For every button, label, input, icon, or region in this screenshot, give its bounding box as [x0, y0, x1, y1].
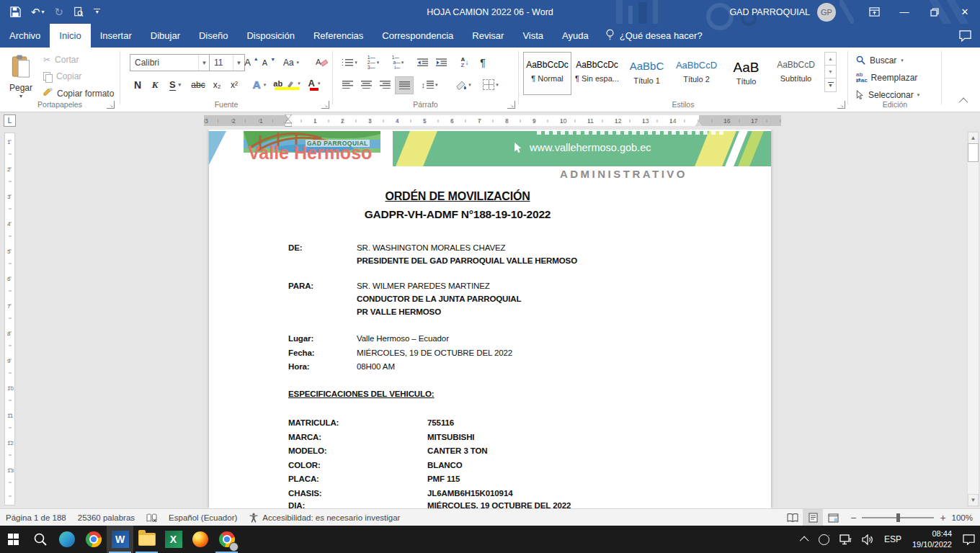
- taskbar-excel[interactable]: X: [160, 526, 187, 553]
- document-page[interactable]: GAD PARROQUIAL Valle Hermoso www.vallehe…: [209, 130, 771, 508]
- subscript-button[interactable]: x₂: [209, 76, 225, 93]
- save-icon[interactable]: [10, 6, 21, 17]
- tab-revisar[interactable]: Revisar: [463, 24, 513, 48]
- tab-dibujar[interactable]: Dibujar: [141, 24, 190, 48]
- tab-correspondencia[interactable]: Correspondencia: [373, 24, 463, 48]
- clear-formatting-button[interactable]: A: [313, 54, 330, 71]
- scrollbar-thumb[interactable]: [968, 143, 979, 162]
- decrease-indent-button[interactable]: [414, 54, 431, 71]
- tab-stop-selector[interactable]: L: [4, 114, 16, 127]
- font-size-combo[interactable]: 11▼: [209, 54, 245, 71]
- show-hidden-icons-button[interactable]: [797, 526, 814, 553]
- undo-icon[interactable]: ↶▾: [31, 6, 45, 17]
- taskbar-chrome[interactable]: [80, 526, 107, 553]
- network-icon[interactable]: [834, 526, 857, 553]
- word-count[interactable]: 25360 palabras: [72, 509, 141, 526]
- indent-marker[interactable]: [285, 114, 292, 127]
- tab-diseno[interactable]: Diseño: [190, 24, 237, 48]
- tab-ayuda[interactable]: Ayuda: [553, 24, 598, 48]
- grow-font-button[interactable]: A▲: [244, 54, 259, 71]
- line-spacing-button[interactable]: ↕▾: [418, 76, 441, 93]
- volume-icon[interactable]: [857, 526, 879, 553]
- style-card-5[interactable]: AaBTítulo: [722, 52, 770, 95]
- taskbar-search-button[interactable]: [27, 526, 53, 553]
- font-dialog-launcher[interactable]: [321, 101, 329, 109]
- align-center-button[interactable]: [357, 76, 375, 93]
- taskbar-clock[interactable]: 08:44 19/10/2022: [906, 529, 958, 550]
- print-preview-icon[interactable]: [74, 6, 84, 17]
- close-button[interactable]: ✕: [950, 0, 980, 24]
- strikethrough-button[interactable]: abc: [189, 76, 208, 93]
- account-name[interactable]: GAD PARROQUIAL: [729, 7, 810, 17]
- find-button[interactable]: Buscar▾: [856, 52, 935, 68]
- vertical-scrollbar[interactable]: ▲ ▼: [967, 131, 979, 507]
- ribbon-display-options-icon[interactable]: [859, 0, 889, 24]
- scroll-up-arrow[interactable]: ▲: [968, 132, 979, 144]
- zoom-out-button[interactable]: −: [850, 512, 856, 523]
- font-size-caret[interactable]: ▼: [233, 55, 244, 71]
- underline-button[interactable]: S▾: [164, 76, 186, 93]
- styles-dialog-launcher[interactable]: [837, 101, 845, 109]
- language-indicator[interactable]: Español (Ecuador): [163, 509, 243, 526]
- change-case-button[interactable]: Aa▾: [280, 54, 303, 71]
- zoom-in-button[interactable]: +: [940, 512, 945, 523]
- style-card-1[interactable]: AaBbCcDc¶ Normal: [523, 52, 571, 95]
- start-button[interactable]: [0, 526, 27, 553]
- align-left-button[interactable]: [339, 76, 356, 93]
- minimize-button[interactable]: —: [889, 0, 919, 24]
- tray-app-icon[interactable]: ·: [814, 526, 834, 553]
- increase-indent-button[interactable]: [432, 54, 450, 71]
- clipboard-dialog-launcher[interactable]: [107, 101, 115, 109]
- numbered-list-button[interactable]: 1—2—3—▾: [362, 54, 384, 71]
- read-mode-button[interactable]: [783, 509, 803, 526]
- style-card-3[interactable]: AaBbCTítulo 1: [623, 52, 671, 95]
- superscript-button[interactable]: x²: [226, 76, 242, 93]
- font-color-button[interactable]: A▾: [303, 76, 326, 93]
- tab-vista[interactable]: Vista: [513, 24, 553, 48]
- taskbar-edge[interactable]: [53, 526, 80, 553]
- account-avatar[interactable]: GP: [817, 3, 836, 22]
- font-family-combo[interactable]: Calibri▼: [130, 54, 210, 71]
- zoom-slider-thumb[interactable]: [896, 513, 900, 522]
- right-indent-marker[interactable]: [695, 121, 703, 126]
- paragraph-dialog-launcher[interactable]: [507, 101, 515, 109]
- tell-me-box[interactable]: ¿Qué desea hacer?: [598, 24, 710, 48]
- justify-button[interactable]: [395, 76, 414, 94]
- shading-button[interactable]: ▾: [451, 76, 476, 93]
- bold-button[interactable]: N: [130, 76, 146, 93]
- restore-button[interactable]: [919, 0, 950, 24]
- undo-dropdown-caret[interactable]: ▾: [42, 9, 45, 15]
- format-painter-button[interactable]: Copiar formato: [43, 88, 114, 99]
- shrink-font-button[interactable]: A▼: [261, 54, 277, 71]
- web-layout-button[interactable]: [823, 509, 843, 526]
- taskbar-chrome-profile[interactable]: [213, 526, 240, 553]
- highlight-color-button[interactable]: ab ▾: [274, 76, 300, 93]
- tab-archivo[interactable]: Archivo: [0, 24, 50, 48]
- taskbar-firefox[interactable]: [187, 526, 213, 553]
- text-effects-button[interactable]: A▾: [248, 76, 271, 93]
- comments-icon[interactable]: [959, 24, 971, 48]
- tab-disposicion[interactable]: Disposición: [237, 24, 303, 48]
- italic-button[interactable]: K: [147, 76, 163, 93]
- paste-dropdown-caret[interactable]: ▾: [19, 93, 22, 99]
- zoom-level[interactable]: 100%: [952, 513, 973, 522]
- collapse-ribbon-button[interactable]: [961, 96, 968, 107]
- sort-button[interactable]: AZ↓: [455, 54, 474, 71]
- tab-insertar[interactable]: Insertar: [91, 24, 141, 48]
- print-layout-button[interactable]: [803, 509, 823, 526]
- taskbar-word[interactable]: W: [107, 526, 133, 553]
- accessibility-status[interactable]: Accesibilidad: es necesario investigar: [243, 509, 406, 526]
- paste-button[interactable]: Pegar ▾: [4, 50, 37, 107]
- replace-button[interactable]: ab⇄ac Reemplazar: [856, 69, 935, 86]
- styles-more-button[interactable]: ▼: [824, 78, 837, 92]
- style-card-6[interactable]: AaBbCcDSubtítulo: [772, 52, 820, 95]
- language-switcher[interactable]: ESP: [879, 526, 906, 553]
- customize-qat-icon[interactable]: ▾: [94, 9, 100, 14]
- show-marks-button[interactable]: ¶: [474, 54, 491, 71]
- style-card-2[interactable]: AaBbCcDc¶ Sin espa...: [573, 52, 621, 95]
- tab-referencias[interactable]: Referencias: [304, 24, 373, 48]
- bullet-list-button[interactable]: ▾: [339, 54, 360, 71]
- align-right-button[interactable]: [376, 76, 393, 93]
- proofing-status-icon[interactable]: [141, 509, 163, 526]
- styles-scroll-down[interactable]: ▼: [824, 66, 837, 78]
